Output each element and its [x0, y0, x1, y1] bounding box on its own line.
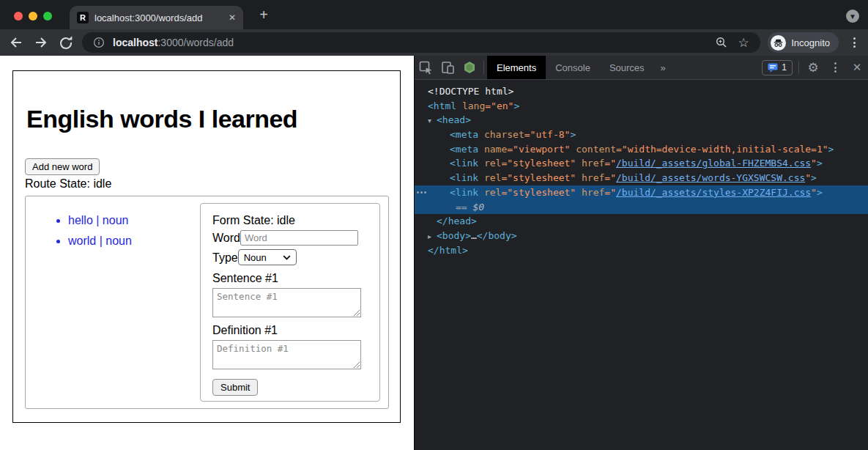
- extension-hexagon-icon[interactable]: [459, 56, 481, 79]
- devtools-menu-icon[interactable]: [824, 56, 846, 79]
- elements-tree: <!DOCTYPE html><html lang="en">▾<head><m…: [415, 80, 868, 257]
- code-token: content: [576, 144, 616, 155]
- code-token: ="utf-8": [524, 129, 571, 140]
- code-token: ="en": [485, 100, 513, 111]
- expand-arrow-icon[interactable]: ▾: [428, 114, 437, 128]
- page-container: English words I learned Add new word Rou…: [12, 70, 401, 423]
- code-token: =": [604, 187, 616, 198]
- code-token: ="viewport": [507, 144, 570, 155]
- close-window-button[interactable]: [14, 12, 23, 21]
- code-token: <html: [428, 100, 456, 111]
- zoom-window-button[interactable]: [43, 12, 52, 21]
- back-icon[interactable]: [7, 34, 25, 51]
- code-token: [478, 172, 484, 183]
- inspect-element-icon[interactable]: [415, 56, 437, 79]
- devtools-tabs: ElementsConsoleSources: [487, 56, 654, 79]
- address-bar[interactable]: localhost:3000/words/add ☆: [82, 32, 760, 53]
- toolbar-separator: [483, 61, 484, 74]
- dom-tree-line[interactable]: <link rel="stylesheet" href="/build/_ass…: [415, 156, 868, 171]
- code-token: rel: [484, 172, 501, 183]
- code-token: =": [604, 158, 616, 169]
- devtools-tab-console[interactable]: Console: [546, 56, 600, 79]
- definition-label: Definition #1: [212, 323, 368, 337]
- code-token: =": [604, 172, 616, 183]
- sentence-placeholder: Sentence #1: [217, 291, 278, 302]
- tab-title: localhost:3000/words/add: [94, 12, 223, 23]
- resize-grip-icon[interactable]: [353, 309, 360, 316]
- definition-textarea[interactable]: Definition #1: [212, 340, 361, 369]
- forward-icon[interactable]: [32, 34, 50, 51]
- devtools-tab-elements[interactable]: Elements: [487, 56, 546, 79]
- code-token: ="stylesheet": [501, 172, 576, 183]
- dom-tree-line[interactable]: ▸<body>…</body>: [415, 229, 868, 243]
- page-zoom-icon[interactable]: [713, 34, 730, 51]
- type-label: Type: [212, 250, 238, 265]
- dom-tree-line[interactable]: <html lang="en">: [415, 99, 868, 114]
- issues-counter[interactable]: 1: [762, 60, 793, 75]
- overflow-dots-icon[interactable]: [417, 191, 426, 193]
- reload-icon[interactable]: [57, 34, 75, 51]
- dom-tree-line[interactable]: <meta charset="utf-8">: [415, 128, 868, 142]
- add-word-form: Form State: idle Word Type Noun Sentence…: [200, 203, 380, 402]
- word-row: Word: [212, 230, 368, 246]
- dom-tree-line[interactable]: </html>: [415, 243, 868, 258]
- form-state-text: Form State: idle: [212, 213, 368, 227]
- code-token: href: [582, 172, 604, 183]
- code-token: [576, 158, 582, 169]
- dom-tree-line[interactable]: <!DOCTYPE html>: [415, 84, 868, 99]
- browser-menu-icon[interactable]: [847, 37, 861, 48]
- chevron-down-icon: [283, 255, 291, 260]
- collapse-arrow-icon[interactable]: ▸: [428, 229, 437, 244]
- browser-tab[interactable]: R localhost:3000/words/add ✕: [70, 6, 243, 29]
- new-tab-button[interactable]: +: [256, 7, 272, 23]
- code-token: ==: [456, 202, 472, 213]
- code-token: rel: [484, 187, 501, 198]
- code-token: [478, 129, 484, 140]
- route-state-text: Route State: idle: [25, 177, 111, 191]
- more-tabs-icon[interactable]: »: [654, 56, 672, 79]
- code-token: $0: [472, 202, 484, 213]
- code-token: /build/_assets/words-YGXSWCSW.css: [616, 172, 805, 183]
- url-host: localhost: [113, 37, 157, 48]
- word-link[interactable]: world | noun: [68, 235, 132, 247]
- word-input[interactable]: [240, 230, 358, 246]
- code-token: /build/_assets/styles-XP2Z4FIJ.css: [616, 187, 811, 198]
- tab-search-chevron-icon[interactable]: ▼: [846, 10, 859, 23]
- code-token: ": [811, 158, 817, 169]
- word-link[interactable]: hello | noun: [68, 214, 128, 226]
- code-token: </html>: [428, 245, 468, 256]
- code-token: <!DOCTYPE html>: [428, 86, 513, 97]
- definition-placeholder: Definition #1: [217, 343, 289, 354]
- tab-close-icon[interactable]: ✕: [229, 12, 236, 23]
- site-info-icon[interactable]: [91, 34, 107, 51]
- dom-tree-line[interactable]: ▾<head>: [415, 113, 868, 128]
- add-new-word-button[interactable]: Add new word: [25, 158, 100, 175]
- submit-button[interactable]: Submit: [212, 379, 258, 396]
- words-panel: hello | nounworld | noun Form State: idl…: [25, 196, 389, 409]
- incognito-label: Incognito: [791, 37, 830, 48]
- resize-grip-icon[interactable]: [353, 361, 360, 368]
- code-token: >: [513, 100, 519, 111]
- devtools-panel: ElementsConsoleSources » 1 ⚙ ✕ <!DOCTYPE…: [414, 56, 868, 450]
- code-token: >: [817, 158, 823, 169]
- dom-tree-line[interactable]: </head>: [415, 214, 868, 229]
- dom-tree-line[interactable]: <link rel="stylesheet" href="/build/_ass…: [415, 171, 868, 185]
- bookmark-star-icon[interactable]: ☆: [735, 34, 752, 51]
- devtools-close-icon[interactable]: ✕: [846, 56, 868, 79]
- page-viewport: English words I learned Add new word Rou…: [0, 56, 414, 450]
- settings-gear-icon[interactable]: ⚙: [802, 56, 824, 79]
- word-label: Word: [212, 230, 240, 246]
- device-toolbar-icon[interactable]: [437, 56, 459, 79]
- type-select[interactable]: Noun: [238, 249, 297, 265]
- dom-tree-line[interactable]: <meta name="viewport" content="width=dev…: [415, 142, 868, 157]
- dom-tree-line[interactable]: <link rel="stylesheet" href="/build/_ass…: [415, 185, 868, 200]
- code-token: charset: [484, 129, 524, 140]
- code-token: href: [582, 158, 604, 169]
- sentence-textarea[interactable]: Sentence #1: [212, 288, 361, 317]
- code-token: ="stylesheet": [501, 158, 576, 169]
- devtools-tab-sources[interactable]: Sources: [600, 56, 654, 79]
- url-path: :3000/words/add: [157, 37, 234, 48]
- minimize-window-button[interactable]: [29, 12, 37, 21]
- toolbar-separator: [798, 61, 799, 74]
- dom-tree-line[interactable]: == $0: [415, 200, 868, 215]
